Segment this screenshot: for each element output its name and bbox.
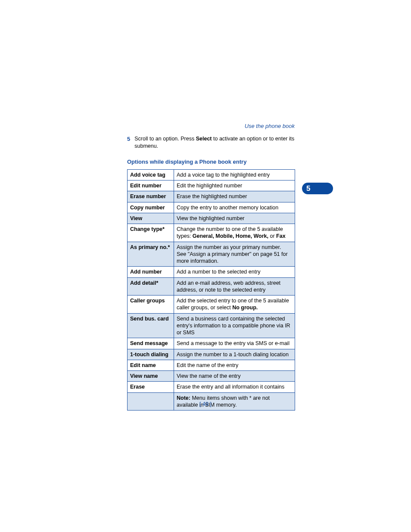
option-desc-cell: Add an e-mail address, web address, stre… (174, 277, 295, 296)
option-desc-cell: Change the number to one of the 5 availa… (174, 224, 295, 242)
table-row: As primary no.*Assign the number as your… (128, 242, 295, 267)
table-row: Change type*Change the number to one of … (128, 224, 295, 242)
option-name-cell: Copy number (128, 202, 174, 213)
option-desc-cell: Send a business card containing the sele… (174, 313, 295, 338)
page-number: [ 49 ] (0, 401, 411, 407)
option-name-cell: Add voice tag (128, 169, 174, 180)
option-name-cell: View (128, 213, 174, 224)
bold-text: General, Mobile, Home, Work, (193, 233, 268, 239)
option-name-cell: 1-touch dialing (128, 349, 174, 360)
option-desc-cell: Edit the name of the entry (174, 360, 295, 370)
table-row: Send bus. cardSend a business card conta… (128, 313, 295, 338)
option-name-cell: Send message (128, 338, 174, 349)
option-name-cell: Edit name (128, 360, 174, 370)
table-row: View nameView the name of the entry (128, 371, 295, 382)
table-title: Options while displaying a Phone book en… (127, 159, 295, 165)
option-name-cell: View name (128, 371, 174, 382)
option-desc-cell: Send a message to the entry via SMS or e… (174, 338, 295, 349)
option-desc-cell: Assign the number as your primary number… (174, 242, 295, 267)
option-desc-cell: Copy the entry to another memory locatio… (174, 202, 295, 213)
table-row: Erase numberErase the highlighted number (128, 191, 295, 202)
options-table: Add voice tagAdd a voice tag to the high… (127, 169, 295, 411)
step-keyword: Select (196, 136, 212, 142)
table-row: Add numberAdd a number to the selected e… (128, 267, 295, 277)
table-row: Add detail*Add an e-mail address, web ad… (128, 277, 295, 296)
option-name-cell: Erase (128, 382, 174, 392)
option-desc-cell: Add a number to the selected entry (174, 267, 295, 277)
option-name-cell: Erase number (128, 191, 174, 202)
bold-text: Fax (276, 233, 286, 239)
table-row: Edit numberEdit the highlighted number (128, 180, 295, 191)
table-row: 1-touch dialingAssign the number to a 1-… (128, 349, 295, 360)
option-desc-cell: View the name of the entry (174, 371, 295, 382)
option-name-cell: Caller groups (128, 296, 174, 314)
option-name-cell: As primary no.* (128, 242, 174, 267)
option-desc-cell: Assign the number to a 1-touch dialing l… (174, 349, 295, 360)
table-row: Copy numberCopy the entry to another mem… (128, 202, 295, 213)
table-row: Edit nameEdit the name of the entry (128, 360, 295, 370)
option-desc-cell: View the highlighted number (174, 213, 295, 224)
option-desc-cell: Add the selected entry to one of the 5 a… (174, 296, 295, 314)
option-desc-cell: Edit the highlighted number (174, 180, 295, 191)
step-number: 5 (127, 135, 130, 150)
option-desc-cell: Erase the entry and all information it c… (174, 382, 295, 392)
option-name-cell: Add number (128, 267, 174, 277)
chapter-tab-badge: 5 (302, 183, 333, 194)
table-row: EraseErase the entry and all information… (128, 382, 295, 392)
bold-text: No group. (232, 305, 258, 311)
table-row: Send messageSend a message to the entry … (128, 338, 295, 349)
option-desc-cell: Erase the highlighted number (174, 191, 295, 202)
step-text-before: Scroll to an option. Press (134, 136, 196, 142)
step-text: Scroll to an option. Press Select to act… (134, 135, 295, 150)
option-name-cell: Send bus. card (128, 313, 174, 338)
instruction-step: 5 Scroll to an option. Press Select to a… (127, 135, 295, 150)
note-label: Note: (177, 395, 190, 401)
table-row: Caller groupsAdd the selected entry to o… (128, 296, 295, 314)
option-name-cell: Add detail* (128, 277, 174, 296)
table-row: Add voice tagAdd a voice tag to the high… (128, 169, 295, 180)
table-row: ViewView the highlighted number (128, 213, 295, 224)
option-name-cell: Edit number (128, 180, 174, 191)
page-content: 5 Scroll to an option. Press Select to a… (127, 135, 295, 411)
option-name-cell: Change type* (128, 224, 174, 242)
section-header-link: Use the phone book (245, 123, 295, 129)
manual-page: Use the phone book 5 5 Scroll to an opti… (0, 0, 411, 532)
chapter-number: 5 (306, 184, 310, 193)
option-desc-cell: Add a voice tag to the highlighted entry (174, 169, 295, 180)
